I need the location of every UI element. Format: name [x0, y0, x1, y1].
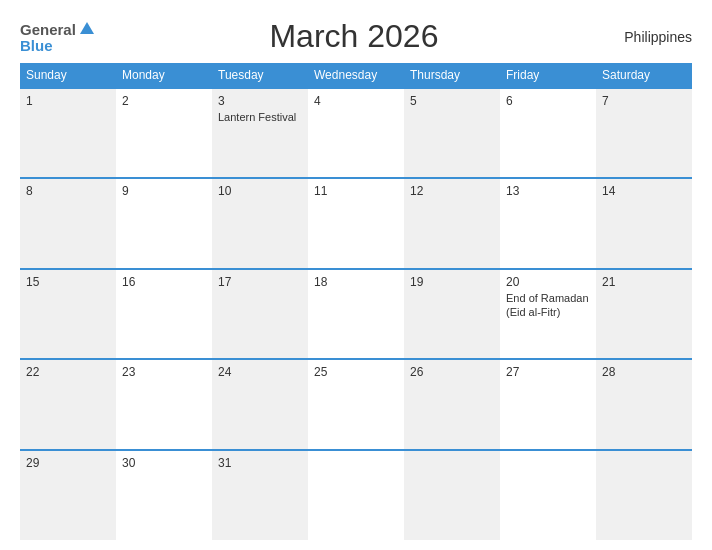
calendar-table: SundayMondayTuesdayWednesdayThursdayFrid… [20, 63, 692, 540]
day-number: 12 [410, 184, 494, 198]
logo: General Blue [20, 20, 96, 53]
calendar-event: Lantern Festival [218, 111, 296, 123]
calendar-cell-4-6 [596, 450, 692, 540]
calendar-cell-0-3: 4 [308, 88, 404, 178]
calendar-cell-1-4: 12 [404, 178, 500, 268]
calendar-header-sunday: Sunday [20, 63, 116, 88]
svg-marker-0 [80, 22, 94, 34]
calendar-header-wednesday: Wednesday [308, 63, 404, 88]
calendar-cell-3-5: 27 [500, 359, 596, 449]
calendar-cell-0-2: 3Lantern Festival [212, 88, 308, 178]
calendar-header-tuesday: Tuesday [212, 63, 308, 88]
day-number: 9 [122, 184, 206, 198]
day-number: 31 [218, 456, 302, 470]
day-number: 22 [26, 365, 110, 379]
day-number: 5 [410, 94, 494, 108]
calendar-cell-1-1: 9 [116, 178, 212, 268]
calendar-cell-1-6: 14 [596, 178, 692, 268]
day-number: 27 [506, 365, 590, 379]
day-number: 7 [602, 94, 686, 108]
calendar-cell-2-6: 21 [596, 269, 692, 359]
day-number: 24 [218, 365, 302, 379]
calendar-cell-0-5: 6 [500, 88, 596, 178]
day-number: 11 [314, 184, 398, 198]
calendar-header-saturday: Saturday [596, 63, 692, 88]
calendar-cell-4-3 [308, 450, 404, 540]
day-number: 1 [26, 94, 110, 108]
calendar-cell-4-1: 30 [116, 450, 212, 540]
country-label: Philippines [612, 29, 692, 45]
calendar-week-row-3: 22232425262728 [20, 359, 692, 449]
calendar-cell-3-4: 26 [404, 359, 500, 449]
calendar-header-thursday: Thursday [404, 63, 500, 88]
calendar-cell-3-0: 22 [20, 359, 116, 449]
logo-general-text: General [20, 22, 76, 37]
day-number: 23 [122, 365, 206, 379]
day-number: 26 [410, 365, 494, 379]
day-number: 19 [410, 275, 494, 289]
day-number: 30 [122, 456, 206, 470]
day-number: 14 [602, 184, 686, 198]
calendar-cell-0-0: 1 [20, 88, 116, 178]
calendar-cell-1-2: 10 [212, 178, 308, 268]
calendar-cell-1-3: 11 [308, 178, 404, 268]
calendar-cell-1-0: 8 [20, 178, 116, 268]
logo-blue-text: Blue [20, 38, 53, 53]
day-number: 2 [122, 94, 206, 108]
day-number: 13 [506, 184, 590, 198]
day-number: 16 [122, 275, 206, 289]
calendar-header-monday: Monday [116, 63, 212, 88]
day-number: 20 [506, 275, 590, 289]
calendar-cell-3-3: 25 [308, 359, 404, 449]
page: General Blue March 2026 Philippines Sund… [0, 0, 712, 550]
calendar-week-row-2: 151617181920End of Ramadan (Eid al-Fitr)… [20, 269, 692, 359]
calendar-cell-3-1: 23 [116, 359, 212, 449]
day-number: 8 [26, 184, 110, 198]
day-number: 25 [314, 365, 398, 379]
calendar-title: March 2026 [96, 18, 612, 55]
calendar-cell-2-2: 17 [212, 269, 308, 359]
day-number: 15 [26, 275, 110, 289]
calendar-cell-2-0: 15 [20, 269, 116, 359]
calendar-cell-3-2: 24 [212, 359, 308, 449]
day-number: 6 [506, 94, 590, 108]
day-number: 17 [218, 275, 302, 289]
calendar-cell-3-6: 28 [596, 359, 692, 449]
calendar-week-row-0: 123Lantern Festival4567 [20, 88, 692, 178]
calendar-cell-2-4: 19 [404, 269, 500, 359]
calendar-cell-4-2: 31 [212, 450, 308, 540]
logo-icon [78, 20, 96, 38]
calendar-cell-0-6: 7 [596, 88, 692, 178]
day-number: 28 [602, 365, 686, 379]
calendar-week-row-4: 293031 [20, 450, 692, 540]
day-number: 4 [314, 94, 398, 108]
calendar-cell-4-5 [500, 450, 596, 540]
calendar-cell-0-4: 5 [404, 88, 500, 178]
calendar-header-row: SundayMondayTuesdayWednesdayThursdayFrid… [20, 63, 692, 88]
calendar-cell-2-3: 18 [308, 269, 404, 359]
day-number: 21 [602, 275, 686, 289]
day-number: 18 [314, 275, 398, 289]
calendar-cell-0-1: 2 [116, 88, 212, 178]
day-number: 10 [218, 184, 302, 198]
calendar-cell-4-4 [404, 450, 500, 540]
calendar-cell-4-0: 29 [20, 450, 116, 540]
day-number: 29 [26, 456, 110, 470]
header: General Blue March 2026 Philippines [20, 18, 692, 55]
day-number: 3 [218, 94, 302, 108]
calendar-header-friday: Friday [500, 63, 596, 88]
calendar-cell-2-5: 20End of Ramadan (Eid al-Fitr) [500, 269, 596, 359]
calendar-cell-2-1: 16 [116, 269, 212, 359]
calendar-cell-1-5: 13 [500, 178, 596, 268]
calendar-week-row-1: 891011121314 [20, 178, 692, 268]
calendar-event: End of Ramadan (Eid al-Fitr) [506, 292, 589, 318]
